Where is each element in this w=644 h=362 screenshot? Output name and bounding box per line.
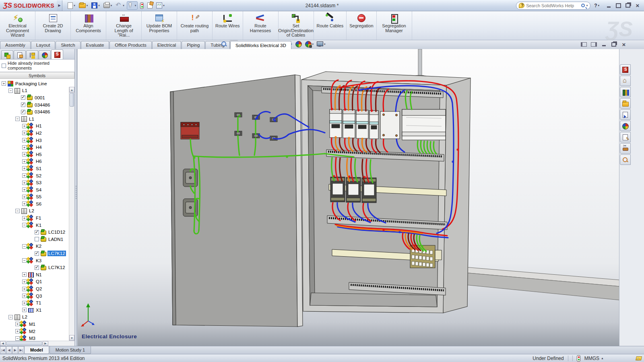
tree-item[interactable]: − M3 bbox=[0, 335, 74, 341]
ribbon-bom-button[interactable]: Update BOM Properties bbox=[142, 11, 177, 40]
tree-item[interactable]: 034486 bbox=[0, 101, 74, 109]
tree-item[interactable]: − K1 bbox=[0, 222, 74, 229]
tree-item[interactable]: LC1D12 bbox=[0, 228, 74, 236]
tree-item[interactable]: + T1 bbox=[0, 299, 74, 306]
help-search-input[interactable] bbox=[526, 3, 579, 8]
tree-item[interactable]: + M1 bbox=[0, 321, 74, 328]
tree-item[interactable]: LC7K12 bbox=[0, 264, 74, 271]
tree-item[interactable]: + H2 bbox=[0, 130, 74, 137]
panel-tab-component-properties[interactable] bbox=[14, 50, 26, 59]
task-pane-tab-appearances-scenes[interactable] bbox=[620, 121, 631, 131]
expand-toggle-icon[interactable]: + bbox=[22, 173, 27, 178]
expand-toggle-icon[interactable]: + bbox=[15, 322, 20, 326]
help-button[interactable]: ? ▾ bbox=[593, 3, 601, 8]
tile-left-button[interactable] bbox=[580, 41, 587, 47]
task-pane-tab-preview-magnifier[interactable] bbox=[620, 154, 631, 165]
expand-toggle-icon[interactable]: + bbox=[22, 138, 27, 142]
tree-item[interactable]: LC7K12 bbox=[0, 250, 74, 257]
tree-item[interactable]: − L1 bbox=[0, 115, 74, 123]
expand-toggle-icon[interactable]: + bbox=[22, 187, 27, 192]
expand-toggle-icon[interactable]: + bbox=[15, 329, 20, 333]
insert-checkbox[interactable] bbox=[21, 103, 25, 107]
expand-toggle-icon[interactable]: − bbox=[22, 223, 27, 227]
expand-toggle-icon[interactable]: + bbox=[22, 159, 27, 164]
ribbon-wizard-button[interactable]: Electrical Component Wizard bbox=[0, 11, 35, 40]
tree-item[interactable]: + Q3 bbox=[0, 292, 74, 300]
ribbon-length-button[interactable]: Change Length of "Rai... bbox=[106, 11, 142, 40]
command-tab-solidworks-electrical-3d[interactable]: SolidWorks Electrical 3D bbox=[230, 41, 291, 49]
hide-show-items-button[interactable] bbox=[295, 41, 302, 47]
tree-item[interactable]: + S5 bbox=[0, 193, 74, 201]
task-pane-tab-electrical-connector[interactable] bbox=[620, 143, 631, 154]
insert-checkbox[interactable] bbox=[35, 237, 39, 241]
tree-item[interactable]: + S6 bbox=[0, 200, 74, 208]
ribbon-drawing2d-button[interactable]: Create 2D Drawing bbox=[35, 11, 71, 40]
cascade-windows-button[interactable] bbox=[625, 3, 631, 8]
panel-tab-insert-components[interactable] bbox=[1, 50, 13, 59]
insert-checkbox[interactable] bbox=[35, 230, 39, 234]
panel-tab-electrical-manager[interactable] bbox=[51, 49, 63, 59]
tile-right-button[interactable] bbox=[590, 41, 597, 47]
insert-checkbox[interactable] bbox=[35, 251, 39, 256]
minimize-window-button[interactable] bbox=[605, 3, 612, 8]
tree-vertical-scrollbar[interactable]: ▲ ▼ bbox=[69, 87, 74, 341]
print-button[interactable]: ▾ bbox=[102, 2, 114, 9]
task-pane-tab-solidworks-resources[interactable] bbox=[620, 76, 631, 86]
expand-toggle-icon[interactable]: + bbox=[2, 81, 6, 86]
search-icon[interactable] bbox=[581, 4, 585, 7]
tree-item[interactable]: − L2 bbox=[0, 314, 74, 321]
command-tab-assembly[interactable]: Assembly bbox=[0, 41, 31, 49]
ribbon-segmanager-button[interactable]: Segregation Manager bbox=[377, 11, 412, 40]
expand-toggle-icon[interactable]: + bbox=[22, 145, 27, 150]
unit-system-selector[interactable]: MMGS ▲ bbox=[584, 356, 604, 361]
edit-appearance-button[interactable]: ▾ bbox=[305, 41, 314, 47]
close-document-button[interactable] bbox=[621, 41, 627, 47]
search-options-dropdown-icon[interactable]: ▾ bbox=[586, 4, 588, 7]
restore-document-button[interactable] bbox=[611, 41, 617, 47]
insert-checkbox[interactable] bbox=[21, 95, 25, 100]
hide-inserted-components-checkbox[interactable] bbox=[2, 64, 6, 68]
expand-toggle-icon[interactable]: + bbox=[22, 272, 27, 277]
ribbon-align-button[interactable]: Align Components bbox=[71, 11, 106, 40]
expand-toggle-icon[interactable]: − bbox=[15, 336, 20, 341]
restore-window-button[interactable] bbox=[615, 3, 621, 8]
command-tab-piping[interactable]: Piping bbox=[182, 41, 205, 49]
tree-item[interactable]: + H5 bbox=[0, 151, 74, 158]
close-window-button[interactable] bbox=[634, 3, 641, 8]
ribbon-origin-button[interactable]: Set Origin/Destination of Cables bbox=[279, 11, 314, 40]
minimize-document-button[interactable] bbox=[601, 41, 607, 47]
expand-toggle-icon[interactable]: + bbox=[22, 287, 27, 291]
graphics-area[interactable]: Electrical Enclosure bbox=[77, 49, 619, 346]
tree-item[interactable]: + S2 bbox=[0, 172, 74, 179]
task-pane-tab-design-library[interactable] bbox=[620, 87, 631, 97]
expand-toggle-icon[interactable]: − bbox=[22, 244, 27, 249]
new-document-button[interactable]: ▾ bbox=[66, 2, 76, 10]
tree-item[interactable]: 034486 bbox=[0, 108, 74, 115]
command-tab-sketch[interactable]: Sketch bbox=[56, 41, 80, 49]
ribbon-segregation-button[interactable]: Segregation bbox=[347, 11, 376, 40]
command-tab-evaluate[interactable]: Evaluate bbox=[81, 41, 109, 49]
previous-sheet-icon[interactable]: ◀ bbox=[6, 346, 12, 354]
open-document-button[interactable]: ▾ bbox=[78, 2, 89, 9]
tree-item[interactable]: + F1 bbox=[0, 214, 74, 222]
expand-toggle-icon[interactable]: + bbox=[22, 195, 27, 199]
scroll-up-icon[interactable]: ▲ bbox=[69, 87, 74, 93]
task-pane-tab-solidworks-electrical[interactable] bbox=[620, 64, 631, 75]
next-sheet-icon[interactable]: ▶ bbox=[12, 346, 18, 354]
insert-checkbox[interactable] bbox=[35, 265, 39, 270]
task-pane-tab-file-explorer[interactable] bbox=[620, 98, 631, 109]
expand-toggle-icon[interactable]: + bbox=[22, 216, 27, 220]
ribbon-harness-button[interactable]: Route Harnesses bbox=[243, 11, 279, 40]
insert-checkbox[interactable] bbox=[21, 110, 25, 114]
expand-toggle-icon[interactable]: − bbox=[15, 209, 20, 213]
tree-item[interactable]: + M2 bbox=[0, 328, 74, 335]
expand-toggle-icon[interactable]: + bbox=[22, 294, 27, 298]
tree-item[interactable]: + H3 bbox=[0, 137, 74, 144]
expand-toggle-icon[interactable]: + bbox=[22, 124, 27, 128]
scroll-right-icon[interactable]: ▶ bbox=[43, 341, 48, 346]
command-tab-office-products[interactable]: Office Products bbox=[109, 41, 151, 49]
expand-toggle-icon[interactable]: + bbox=[22, 202, 27, 206]
command-tab-layout[interactable]: Layout bbox=[31, 41, 56, 49]
command-tab-electrical[interactable]: Electrical bbox=[152, 41, 182, 49]
expand-toggle-icon[interactable]: − bbox=[15, 117, 20, 121]
